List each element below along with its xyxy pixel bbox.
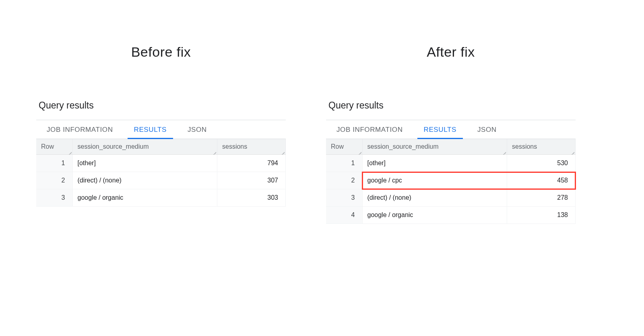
resize-handle-icon[interactable]	[357, 150, 361, 154]
tab-results[interactable]: RESULTS	[124, 120, 177, 139]
tab-job-information[interactable]: JOB INFORMATION	[36, 120, 124, 139]
col-header-sessions[interactable]: sessions	[507, 139, 576, 155]
resize-handle-icon[interactable]	[502, 150, 506, 154]
col-header-sessions[interactable]: sessions	[217, 139, 286, 155]
cell-row-number: 1	[36, 155, 72, 172]
table-row: 3 google / organic 303	[36, 189, 286, 207]
card-heading: Query results	[326, 100, 576, 120]
cell-sessions: 303	[217, 189, 286, 207]
cell-sessions: 138	[507, 207, 576, 224]
table-row: 1 [other] 530	[326, 155, 576, 172]
query-results-card: Query results JOB INFORMATION RESULTS JS…	[36, 100, 286, 207]
table-row: 1 [other] 794	[36, 155, 286, 172]
cell-sessions: 307	[217, 172, 286, 189]
after-panel: After fix Query results JOB INFORMATION …	[326, 44, 576, 224]
cell-session-source-medium: google / organic	[362, 207, 507, 224]
cell-session-source-medium: (direct) / (none)	[72, 172, 217, 189]
cell-sessions: 794	[217, 155, 286, 172]
col-header-sessions-label: sessions	[512, 143, 537, 150]
resize-handle-icon[interactable]	[570, 150, 574, 154]
tab-json[interactable]: JSON	[177, 120, 217, 139]
tab-json[interactable]: JSON	[467, 120, 507, 139]
col-header-ssm-label: session_source_medium	[78, 143, 149, 150]
col-header-row-label: Row	[41, 143, 54, 150]
cell-sessions: 278	[507, 189, 576, 207]
tab-job-information[interactable]: JOB INFORMATION	[326, 120, 413, 139]
table-wrap: Row session_source_medium sessions	[326, 139, 576, 224]
resize-handle-icon[interactable]	[68, 150, 72, 154]
col-header-row[interactable]: Row	[326, 139, 362, 155]
table-row: 2 (direct) / (none) 307	[36, 172, 286, 189]
panel-title: After fix	[427, 44, 475, 60]
table-row: 2 google / cpc 458	[326, 172, 576, 189]
col-header-session-source-medium[interactable]: session_source_medium	[72, 139, 217, 155]
table-wrap: Row session_source_medium sessions	[36, 139, 286, 207]
resize-handle-icon[interactable]	[212, 150, 216, 154]
cell-row-number: 3	[326, 189, 362, 207]
before-panel: Before fix Query results JOB INFORMATION…	[36, 44, 286, 224]
cell-sessions: 458	[507, 172, 576, 189]
cell-session-source-medium: google / organic	[72, 189, 217, 207]
result-tabs: JOB INFORMATION RESULTS JSON	[36, 120, 286, 139]
cell-row-number: 2	[326, 172, 362, 189]
panel-title: Before fix	[131, 44, 191, 60]
card-heading: Query results	[36, 100, 286, 120]
col-header-sessions-label: sessions	[222, 143, 247, 150]
col-header-ssm-label: session_source_medium	[367, 143, 439, 150]
table-row: 3 (direct) / (none) 278	[326, 189, 576, 207]
cell-row-number: 1	[326, 155, 362, 172]
cell-session-source-medium: [other]	[72, 155, 217, 172]
query-results-card: Query results JOB INFORMATION RESULTS JS…	[326, 100, 576, 224]
table-row: 4 google / organic 138	[326, 207, 576, 224]
results-table: Row session_source_medium sessions	[326, 139, 576, 224]
result-tabs: JOB INFORMATION RESULTS JSON	[326, 120, 576, 139]
cell-session-source-medium: google / cpc	[362, 172, 507, 189]
col-header-row[interactable]: Row	[36, 139, 72, 155]
cell-sessions: 530	[507, 155, 576, 172]
cell-row-number: 3	[36, 189, 72, 207]
col-header-session-source-medium[interactable]: session_source_medium	[362, 139, 507, 155]
comparison-canvas: Before fix Query results JOB INFORMATION…	[0, 0, 644, 224]
col-header-row-label: Row	[331, 143, 344, 150]
tab-results[interactable]: RESULTS	[413, 120, 467, 139]
results-table: Row session_source_medium sessions	[36, 139, 286, 207]
cell-row-number: 4	[326, 207, 362, 224]
cell-row-number: 2	[36, 172, 72, 189]
resize-handle-icon[interactable]	[281, 150, 285, 154]
cell-session-source-medium: (direct) / (none)	[362, 189, 507, 207]
cell-session-source-medium: [other]	[362, 155, 507, 172]
